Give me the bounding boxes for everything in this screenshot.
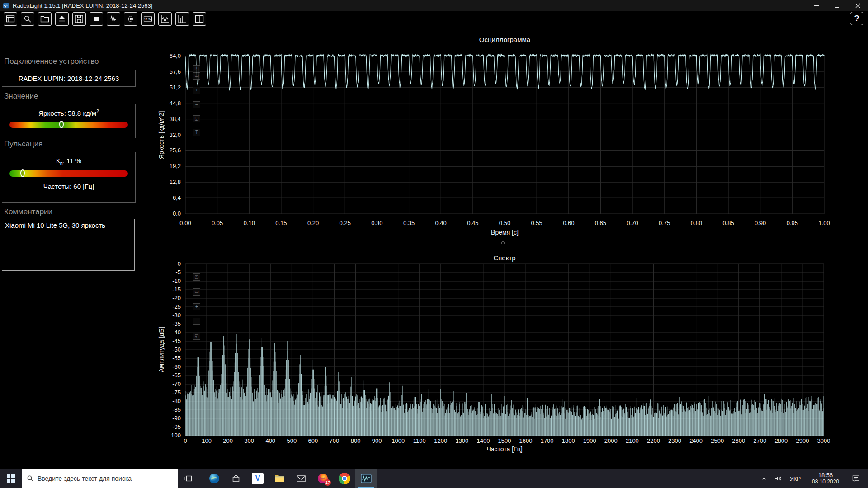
oscillogram-tool-fit-button[interactable]: ◱ — [193, 115, 200, 122]
taskbar-app-radexlight[interactable] — [355, 469, 377, 488]
oscillogram-tool-pan-button[interactable]: ▭ — [193, 72, 200, 80]
windows-logo-icon — [7, 474, 15, 483]
tray-date: 08.10.2020 — [805, 479, 846, 485]
svg-text:12.34: 12.34 — [144, 18, 152, 21]
tick-label: 0.85 — [722, 220, 734, 226]
tick-label: 0.10 — [244, 220, 255, 226]
device-section-label: Подключенное устройство — [4, 57, 99, 66]
spectrum-tool-pan-button[interactable]: ▭ — [193, 288, 200, 296]
spectrum-tool-zoom-in-button[interactable]: + — [193, 303, 200, 310]
save-icon — [74, 14, 85, 24]
kp-value: Кп: 11 % — [2, 157, 135, 166]
tick-label: 2900 — [796, 437, 809, 444]
taskbar-app-chrome[interactable] — [334, 469, 355, 488]
action-center-button[interactable] — [846, 469, 865, 488]
taskbar-app-file-explorer[interactable] — [269, 469, 290, 488]
taskbar-app-edge[interactable] — [203, 469, 225, 488]
spectrum-y-axis-label: Амплитуда [дБ] — [156, 264, 166, 436]
spectrum-tool-select-button[interactable]: ◰ — [193, 273, 200, 281]
eject-icon — [57, 14, 67, 24]
language-indicator[interactable]: УКР — [786, 475, 805, 482]
volume-button[interactable] — [770, 469, 786, 488]
oscillogram-tool-zoom-in-button[interactable]: + — [193, 87, 200, 94]
tick-label: 500 — [287, 437, 297, 444]
search-input[interactable] — [38, 475, 178, 482]
toolbar-open-folder-button[interactable] — [38, 12, 52, 26]
window-controls — [806, 0, 868, 11]
taskbar-app-mail[interactable] — [290, 469, 312, 488]
tick-label: 1500 — [498, 437, 511, 444]
tick-label: 0.45 — [467, 220, 478, 226]
taskbar-app-firefox[interactable]: 17 — [312, 469, 334, 488]
notification-badge: 17 — [325, 479, 331, 486]
tick-label: 2000 — [604, 437, 618, 444]
maximize-icon — [835, 4, 839, 8]
help-button[interactable]: ? — [850, 12, 863, 25]
toolbar-eject-button[interactable] — [55, 12, 69, 26]
edge-icon — [208, 473, 220, 484]
splitter-handle[interactable] — [501, 241, 505, 244]
tick-label: 0.75 — [659, 220, 670, 226]
tick-label: 1600 — [519, 437, 533, 444]
store-icon — [231, 473, 241, 484]
toolbar-layout-button[interactable] — [193, 12, 206, 26]
clock[interactable]: 18:56 08.10.2020 — [805, 472, 846, 485]
titlebar: RadexLight 1.15.1 [RADEX LUPIN: 2018-12-… — [0, 0, 868, 11]
tick-label: 0.95 — [787, 220, 798, 226]
toolbar-numeric-display-button[interactable]: 12.34 — [141, 12, 155, 26]
kp-scale — [9, 170, 128, 177]
tray-expand-button[interactable] — [758, 469, 770, 488]
tick-label: 2600 — [732, 437, 745, 444]
tick-label: 0.60 — [563, 220, 574, 226]
task-view-button[interactable] — [178, 469, 200, 488]
oscillogram-tool-text-button[interactable]: T — [193, 129, 200, 136]
spectrum-tool-fit-button[interactable]: ◱ — [193, 333, 200, 340]
pulsation-panel: Кп: 11 % Частоты: 60 [Гц] — [2, 152, 136, 203]
comments-section-label: Комментарии — [4, 207, 52, 216]
taskbar-app-v[interactable]: V — [247, 469, 269, 488]
tick-label: 0.35 — [403, 220, 415, 226]
tick-label: 1000 — [392, 437, 405, 444]
taskbar-app-store[interactable] — [225, 469, 247, 488]
app-icon[interactable] — [3, 2, 9, 9]
toolbar-settings-button[interactable] — [124, 12, 137, 26]
start-button[interactable] — [0, 469, 22, 488]
tick-label: 0.40 — [435, 220, 447, 226]
comment-input[interactable]: Xiaomi Mi 10 Lite 5G, 30 яркость — [2, 219, 135, 271]
tick-label: 0.50 — [499, 220, 510, 226]
oscillogram-tool-zoom-out-button[interactable]: − — [193, 101, 200, 108]
waveform-icon — [108, 14, 119, 24]
tick-label: 2700 — [753, 437, 766, 444]
system-tray: УКР 18:56 08.10.2020 — [758, 469, 868, 488]
toolbar-spectrum-button[interactable] — [175, 12, 189, 26]
toolbar-record-button[interactable] — [90, 12, 103, 26]
close-button[interactable] — [847, 0, 868, 11]
zoom-icon — [22, 14, 33, 24]
tick-label: 2100 — [626, 437, 639, 444]
oscillogram-tool-select-button[interactable]: ◰ — [193, 65, 200, 72]
toolbar-save-button[interactable] — [72, 12, 86, 26]
numeric-display-icon: 12.34 — [142, 14, 153, 24]
tick-label: 0.80 — [691, 220, 702, 226]
toolbar-waveform-button[interactable] — [107, 12, 120, 26]
task-view-icon — [184, 474, 194, 483]
tray-time: 18:56 — [805, 472, 846, 479]
oscillogram-x-axis-label: Время [с] — [185, 229, 824, 236]
spectrum-tool-zoom-out-button[interactable]: − — [193, 318, 200, 325]
tick-label: 800 — [351, 437, 361, 444]
taskbar-search[interactable] — [22, 469, 178, 488]
tick-label: 0.20 — [307, 220, 319, 226]
speaker-icon — [774, 474, 783, 483]
brightness-scale — [9, 122, 128, 128]
toolbar-oscillogram-button[interactable] — [158, 12, 172, 26]
toolbar-panels-button[interactable] — [4, 12, 17, 26]
tick-label: 1400 — [476, 437, 490, 444]
tick-label: 700 — [330, 437, 340, 444]
minimize-button[interactable] — [806, 0, 826, 11]
pulsation-section-label: Пульсация — [4, 140, 43, 149]
toolbar: 12.34 ? — [0, 11, 868, 27]
toolbar-zoom-button[interactable] — [21, 12, 34, 26]
tick-label: 1900 — [583, 437, 596, 444]
maximize-button[interactable] — [826, 0, 847, 11]
chrome-icon — [339, 473, 350, 484]
